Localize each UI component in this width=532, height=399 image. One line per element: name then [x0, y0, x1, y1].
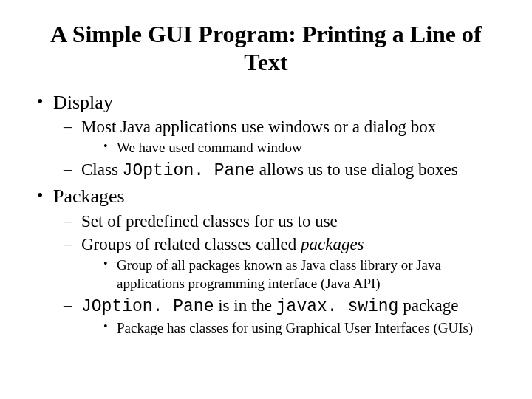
- bullet-packages-label: Packages: [53, 185, 125, 207]
- display-sub-1a: We have used command window: [81, 139, 497, 157]
- javax-swing-code: javax. swing: [276, 297, 399, 316]
- display-sublist: Most Java applications use windows or a …: [53, 116, 497, 182]
- packages-sub-1: Set of predefined classes for us to use: [53, 211, 497, 233]
- packages-sub-3-mid: is in the: [214, 296, 276, 315]
- display-sub-1: Most Java applications use windows or a …: [53, 116, 497, 157]
- packages-sub-3-list: Package has classes for using Graphical …: [81, 319, 497, 338]
- display-sub-1-text: Most Java applications use windows or a …: [81, 117, 436, 136]
- packages-sub-2: Groups of related classes called package…: [53, 233, 497, 293]
- display-sub-2-pre: Class: [81, 160, 123, 179]
- packages-sub-2-ital: packages: [301, 235, 364, 253]
- packages-sub-3a: Package has classes for using Graphical …: [81, 319, 497, 338]
- slide-title: A Simple GUI Program: Printing a Line of…: [48, 21, 484, 77]
- display-sub-2: Class JOption. Pane allows us to use dia…: [53, 159, 497, 183]
- bullet-list: Display Most Java applications use windo…: [35, 90, 497, 338]
- bullet-display-label: Display: [53, 92, 113, 113]
- bullet-packages: Packages Set of predefined classes for u…: [35, 184, 497, 338]
- packages-sub-3-post: package: [398, 296, 458, 315]
- joptionpane-code-2: JOption. Pane: [81, 297, 214, 316]
- packages-sub-2a: Group of all packages known as Java clas…: [81, 256, 497, 293]
- packages-sublist: Set of predefined classes for us to use …: [53, 211, 497, 338]
- bullet-display: Display Most Java applications use windo…: [35, 90, 497, 183]
- packages-sub-2-pre: Groups of related classes called: [81, 235, 301, 253]
- packages-sub-2-list: Group of all packages known as Java clas…: [81, 256, 497, 293]
- display-sub-1-list: We have used command window: [81, 139, 497, 157]
- packages-sub-3: JOption. Pane is in the javax. swing pac…: [53, 295, 497, 338]
- display-sub-2-post: allows us to use dialog boxes: [255, 160, 458, 179]
- joptionpane-code: JOption. Pane: [123, 161, 255, 180]
- slide: A Simple GUI Program: Printing a Line of…: [0, 0, 532, 399]
